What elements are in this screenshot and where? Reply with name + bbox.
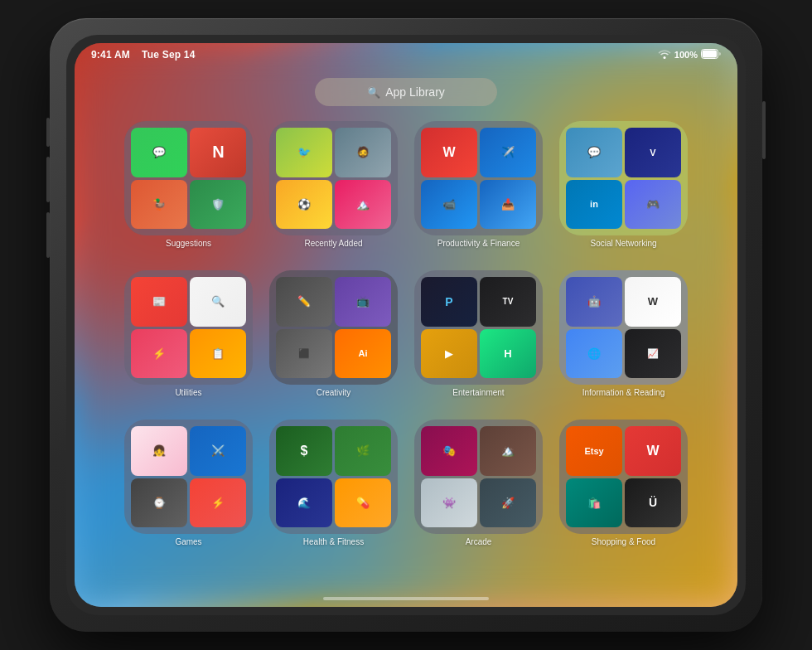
icon-dropbox: 📥 [480, 180, 536, 230]
status-time: 9:41 AM Tue Sep 14 [91, 49, 196, 61]
search-icon: 🔍 [367, 86, 380, 99]
folder-information[interactable]: 🤖 W 🌐 📈 Information & Reading [559, 270, 688, 399]
icon-mountain: 🏔️ [335, 180, 391, 230]
icon-ball: ⚽ [276, 180, 332, 230]
icon-uber: Ü [625, 478, 681, 528]
icon-zoom: 📹 [421, 180, 477, 230]
icon-salary: $ [276, 426, 332, 476]
folder-health-label: Health & Fitness [303, 537, 364, 546]
icon-plex: ▶ [421, 329, 477, 379]
icon-reminders: 📋 [190, 329, 246, 379]
icon-hulu: H [480, 329, 536, 379]
icon-arcade-4: 🚀 [480, 478, 536, 528]
folder-creativity-label: Creativity [317, 388, 351, 397]
icon-linkedin: in [566, 180, 622, 230]
icon-signal: 💬 [566, 128, 622, 177]
icon-duckduckgo: 🦆 [131, 180, 187, 230]
device-inner: 9:41 AM Tue Sep 14 100% [66, 35, 746, 615]
folder-arcade[interactable]: 🎭 🏔️ 👾 🚀 Arcade [414, 420, 543, 548]
folder-games-label: Games [175, 537, 201, 546]
battery-text: 100% [674, 50, 698, 60]
icon-pokemon: ⚡ [190, 478, 246, 528]
icon-leaf: 🌿 [335, 426, 391, 476]
icon-twitch: 📺 [335, 277, 391, 327]
icon-messages: 💬 [131, 128, 187, 177]
icon-vero: V [625, 128, 681, 177]
icon-paramount: P [421, 277, 477, 327]
icon-wikipedia: W [625, 277, 681, 327]
date-text: Tue Sep 14 [142, 49, 195, 61]
icon-spark: ✈️ [480, 128, 536, 177]
icon-clash: ⚔️ [190, 426, 246, 476]
icon-anime-game: 👧 [131, 426, 187, 476]
folder-games[interactable]: 👧 ⚔️ ⌚ ⚡ Games [124, 420, 253, 548]
battery-icon [701, 49, 721, 61]
wifi-icon [658, 49, 671, 61]
icon-robinhoodie: 🛡️ [190, 180, 246, 230]
icon-creative-bg: ⬛ [276, 329, 332, 379]
folder-utilities[interactable]: 📰 🔍 ⚡ 📋 Utilities [124, 270, 253, 399]
status-right: 100% [658, 49, 721, 61]
icon-shortcuts: ⚡ [131, 329, 187, 379]
icon-magnifier: 🔍 [190, 277, 246, 327]
status-bar: 9:41 AM Tue Sep 14 100% [75, 43, 737, 66]
silent-button [46, 118, 50, 147]
folder-suggestions-label: Suggestions [166, 239, 211, 248]
icon-arcade-2: 🏔️ [480, 426, 536, 476]
folder-entertainment-label: Entertainment [452, 388, 504, 397]
search-bar[interactable]: 🔍 App Library [315, 78, 497, 106]
content-area: 🔍 App Library 💬 N 🦆 🛡️ Sugges [75, 66, 737, 607]
icon-avatar: 🧔 [335, 128, 391, 177]
power-button [762, 101, 766, 159]
icon-health-app: 💊 [335, 478, 391, 528]
time-text: 9:41 AM [91, 49, 130, 61]
icon-shop: 🛍️ [566, 478, 622, 528]
icon-calm: 🌊 [276, 478, 332, 528]
folder-information-label: Information & Reading [582, 388, 665, 397]
ipad-screen: 9:41 AM Tue Sep 14 100% [75, 43, 737, 607]
folder-social[interactable]: 💬 V in 🎮 Social Networking [559, 121, 688, 250]
volume-down-button [46, 212, 50, 258]
icon-illustrator: Ai [335, 329, 391, 379]
folder-health[interactable]: $ 🌿 🌊 💊 Health & Fitness [269, 420, 398, 548]
icon-browser: 🌐 [566, 329, 622, 379]
ipad-device: 9:41 AM Tue Sep 14 100% [50, 18, 762, 632]
icon-ai-robot: 🤖 [566, 277, 622, 327]
icon-vectornator: ✏️ [276, 277, 332, 327]
folder-entertainment[interactable]: P TV ▶ H Entertainment [414, 270, 543, 399]
folder-productivity[interactable]: W ✈️ 📹 📥 Productivity & Finance [414, 121, 543, 250]
folder-arcade-label: Arcade [466, 537, 492, 546]
folder-shopping[interactable]: Etsy W 🛍️ Ü Shopping & Food [559, 420, 688, 548]
icon-notability: N [190, 128, 246, 177]
folder-social-label: Social Networking [590, 239, 656, 248]
volume-up-button [46, 157, 50, 202]
icon-arcade-3: 👾 [421, 478, 477, 528]
home-indicator [323, 597, 489, 600]
folder-recently-added[interactable]: 🐦 🧔 ⚽ 🏔️ Recently Added [269, 121, 398, 250]
icon-etsy: Etsy [566, 426, 622, 476]
folder-suggestions[interactable]: 💬 N 🦆 🛡️ Suggestions [124, 121, 253, 250]
icon-animal-game: 🐦 [276, 128, 332, 177]
volume-buttons [46, 118, 50, 258]
icon-watch-game: ⌚ [131, 478, 187, 528]
search-placeholder: App Library [385, 85, 445, 99]
icon-apple-tv: TV [480, 277, 536, 327]
icon-arcade-1: 🎭 [421, 426, 477, 476]
icon-stocks: 📈 [625, 329, 681, 379]
svg-rect-1 [703, 51, 718, 58]
folder-shopping-label: Shopping & Food [592, 537, 655, 546]
folder-utilities-label: Utilities [175, 388, 201, 397]
icon-discord: 🎮 [625, 180, 681, 230]
app-library-grid: 💬 N 🦆 🛡️ Suggestions 🐦 🧔 ⚽ [116, 121, 696, 552]
folder-productivity-label: Productivity & Finance [437, 239, 520, 248]
icon-reeder: 📰 [131, 277, 187, 327]
folder-recently-label: Recently Added [304, 239, 362, 248]
icon-ms-office: W [421, 128, 477, 177]
icon-walgreens: W [625, 426, 681, 476]
folder-creativity[interactable]: ✏️ 📺 ⬛ Ai Creativity [269, 270, 398, 399]
